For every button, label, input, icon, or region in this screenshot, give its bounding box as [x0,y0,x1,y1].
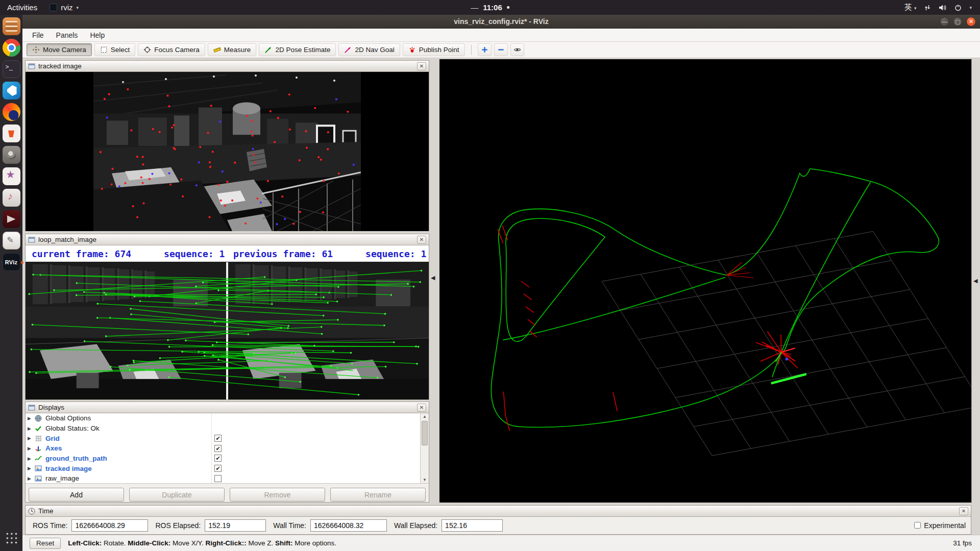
panel-icon [28,404,35,411]
display-label: Global Status: Ok [45,424,100,432]
menu-help[interactable]: Help [84,30,110,40]
display-row-ground-truth-path[interactable]: ▶ground_truth_path✔ [26,454,421,464]
time-field-input-wall-elapsed[interactable] [442,519,503,532]
displays-tree: ▶Global Options▶Global Status: Ok▶Grid✔▶… [26,413,429,484]
expand-arrow-icon[interactable]: ▶ [28,456,35,461]
dock-app-ratings-icon[interactable] [3,167,20,185]
tool-properties-button[interactable] [510,43,524,56]
display-enabled-checkbox[interactable]: ✔ [214,465,222,472]
dock-text-editor-icon[interactable] [3,232,20,249]
display-enabled-checkbox[interactable]: ✔ [214,445,222,452]
tool-label: Publish Point [419,46,459,54]
displays-panel-titlebar[interactable]: Displays ✕ [26,402,429,413]
panel-collapse-handle-icon[interactable]: ◀ [431,274,435,281]
close-time-button[interactable]: ✕ [959,507,968,515]
tool-2d-nav-goal-button[interactable]: 2D Nav Goal [338,43,400,56]
scrollbar-thumb[interactable] [422,421,428,445]
expand-arrow-icon[interactable]: ▶ [28,446,35,451]
dock-media-player-icon[interactable] [3,189,20,207]
dock-ubuntu-software-icon[interactable] [3,124,20,142]
reset-button[interactable]: Reset [30,538,61,549]
time-field-input-wall-time[interactable] [310,519,387,532]
dock-chrome-icon[interactable] [3,39,20,57]
volume-icon [939,4,947,11]
tool-focus-camera-button[interactable]: Focus Camera [138,43,205,56]
add-button[interactable]: Add [29,488,124,502]
tool-select-button[interactable]: Select [94,43,136,56]
displays-scrollbar[interactable]: ▲ ▼ [420,413,429,483]
tool-move-camera-button[interactable]: Move Camera [27,43,92,56]
status-bar: Reset Left-Click: Rotate. Middle-Click: … [22,535,980,551]
window-titlebar[interactable]: vins_rviz_config.rviz* - RViz — ▢ ✕ [22,15,980,29]
tool-2d-pose-estimate-button[interactable]: 2D Pose Estimate [259,43,336,56]
display-row-axes[interactable]: ▶Axes✔ [26,443,421,454]
time-panel-titlebar[interactable]: Time ✕ [26,506,971,517]
add-tool-button[interactable] [478,43,492,56]
rename-button: Rename [330,488,426,502]
tool-measure-button[interactable]: Measure [208,43,257,56]
image-icon [35,465,43,472]
expand-arrow-icon[interactable]: ▶ [28,436,35,441]
display-row-global-options[interactable]: ▶Global Options [26,413,421,423]
display-row-raw-image[interactable]: ▶raw_image [26,473,421,484]
display-row-tracked-image[interactable]: ▶tracked image✔ [26,463,421,473]
scroll-up-icon[interactable]: ▲ [421,414,429,419]
panel-expand-handle-icon[interactable]: ◀ [973,278,977,284]
tool-publish-point-button[interactable]: Publish Point [403,43,465,56]
time-field-label-wall-time: Wall Time: [273,521,306,530]
close-displays-button[interactable]: ✕ [417,404,426,412]
time-field-input-ros-elapsed[interactable] [205,519,266,532]
panel-title-label: Time [38,507,54,515]
system-tray[interactable]: 英 ▾ ▾ [904,3,980,12]
time-panel: Time ✕ ROS Time:ROS Elapsed:Wall Time:Wa… [25,505,971,535]
tool-label: Move Camera [43,46,86,54]
tracked-camera-image [93,72,361,231]
display-row-grid[interactable]: ▶Grid✔ [26,433,421,443]
app-indicator-menu[interactable]: rviz ▾ [50,3,79,12]
clock-menu[interactable]: — 11:06 [471,3,509,12]
power-icon [954,4,962,11]
dock-show-applications-icon[interactable] [3,529,20,547]
tool-label: Focus Camera [154,46,200,54]
dock-files-icon[interactable] [3,17,20,35]
display-row-global-status-ok[interactable]: ▶Global Status: Ok [26,423,421,434]
dock-screenshot-tool-icon[interactable] [3,146,20,164]
close-button[interactable]: ✕ [966,17,976,27]
scroll-down-icon[interactable]: ▼ [421,478,429,482]
loop-match-panel-titlebar[interactable]: loop_match_image ✕ [26,234,429,245]
dock-firefox-icon[interactable] [3,103,20,121]
dock-rviz-icon[interactable]: RViz [3,253,20,271]
dock-videos-icon[interactable] [3,210,20,228]
dock-vscode-icon[interactable] [3,82,20,99]
display-enabled-checkbox[interactable]: ✔ [214,455,222,462]
minimize-button[interactable]: — [940,17,949,27]
close-tracked-image-button[interactable]: ✕ [417,62,426,70]
remove-button: Remove [230,488,325,502]
measure-icon [213,46,221,54]
tool-properties-icon [513,46,521,54]
close-loop-match-button[interactable]: ✕ [417,236,426,244]
display-enabled-checkbox[interactable] [214,475,222,482]
time-field-input-ros-time[interactable] [71,519,148,532]
expand-arrow-icon[interactable]: ▶ [28,416,35,421]
remove-tool-button[interactable] [494,43,508,56]
collapsed-right-panel[interactable]: ◀ [971,58,980,503]
menu-panels[interactable]: Panels [51,30,84,40]
expand-arrow-icon[interactable]: ▶ [28,466,35,471]
3d-view[interactable] [439,59,971,503]
display-enabled-checkbox[interactable]: ✔ [214,435,222,442]
move-camera-icon [32,46,40,54]
experimental-checkbox[interactable] [914,522,921,529]
menu-file[interactable]: File [27,30,50,40]
clock-icon [28,508,35,515]
tracked-image-panel-titlebar[interactable]: tracked image ✕ [26,61,429,72]
time-field-label-wall-elapsed: Wall Elapsed: [394,521,437,530]
input-method-indicator[interactable]: 英 ▾ [904,3,917,12]
loop-match-image [26,262,429,399]
activities-button[interactable]: Activities [7,3,37,12]
tool-label: 2D Nav Goal [355,46,394,54]
expand-arrow-icon[interactable]: ▶ [28,476,35,481]
maximize-button[interactable]: ▢ [953,17,963,27]
dock-terminal-icon[interactable] [3,60,20,78]
expand-arrow-icon[interactable]: ▶ [28,426,35,431]
